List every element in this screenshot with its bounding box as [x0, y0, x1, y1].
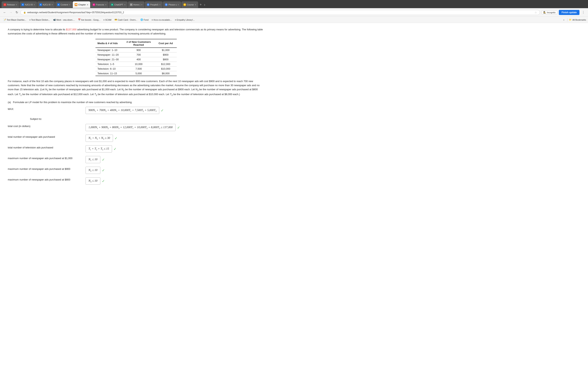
- tab-home-close[interactable]: ✕: [141, 4, 143, 6]
- peoples-favicon: ●: [147, 3, 149, 6]
- bookmark-label: live boosts - Goog...: [81, 19, 100, 21]
- constraint-tv-total-formula: T1 + T2 + T3 ≤ 15: [88, 147, 109, 151]
- tab-bar: U Release ✕ A NJCU B ✕ A NJCU B ✕ A Cont…: [0, 0, 588, 8]
- table-header-cost: Cost per Ad: [155, 39, 177, 48]
- bookmark-text-blaze-dash[interactable]: 📝 Text Blaze Dashbo...: [2, 18, 28, 21]
- bookmarks-overflow-button[interactable]: »: [562, 18, 566, 21]
- tab-peoples-label: PeopleS: [150, 3, 158, 6]
- bookmark-label: Empathy Library!...: [177, 19, 195, 21]
- back-button[interactable]: ←: [2, 10, 7, 15]
- tab-content[interactable]: A Content ✕: [55, 1, 73, 8]
- main-content: A company is trying to determine how to …: [0, 23, 272, 193]
- tab-content-close[interactable]: ✕: [69, 4, 70, 6]
- constraint-newspaper-total-wrap: N1 + N2 + N3 ≤ 30 ✓: [85, 135, 117, 142]
- constraint-total-cost-wrap: 1,000N1 + 900N2 + 800N3 + 12,000T1 + 10,…: [85, 124, 180, 131]
- constraint-n2-row: maximum number of newspaper ads purchase…: [8, 167, 264, 174]
- incognito-badge: 🕵️ Incognito: [542, 11, 557, 14]
- tab-njcu2[interactable]: A NJCU B ✕: [37, 1, 55, 8]
- question-a-label: (a) Formulate an LP model for this probl…: [8, 101, 264, 104]
- url-bar[interactable]: 🔒 webassign.net/web/Student/Assignment-R…: [21, 10, 540, 15]
- folder-icon: 📁: [569, 19, 572, 21]
- constraint-n1-row: maximum number of newspaper ads purchase…: [8, 156, 264, 163]
- tab-chapter[interactable]: 📖 Chapter ✕: [73, 1, 90, 8]
- finish-update-button[interactable]: Finish update: [559, 10, 579, 15]
- max-label: MAX:: [8, 107, 85, 110]
- table-row: Newspaper: 1–10 900 $1,000: [95, 48, 177, 53]
- bookmark-label: SCAM: [105, 19, 111, 21]
- constraint-n3-checkmark: ✓: [102, 179, 105, 183]
- tab-please[interactable]: ● Please u ✕: [163, 1, 181, 8]
- new-tab-button[interactable]: +: [199, 3, 203, 7]
- tab-chatgpt[interactable]: ● ChatGPT ✕: [109, 1, 127, 8]
- tab-release[interactable]: U Release ✕: [1, 1, 19, 8]
- tab-francois[interactable]: ● Francois ✕: [91, 1, 108, 8]
- tab-njcu2-close[interactable]: ✕: [51, 4, 53, 6]
- tab-francois-close[interactable]: ✕: [105, 4, 106, 6]
- table-cell-customers: 10,000: [123, 62, 155, 66]
- tab-chatgpt-close[interactable]: ✕: [124, 4, 126, 6]
- constraint-n2-wrap: N2 ≤ 10 ✓: [85, 167, 105, 174]
- table-cell-cost: $8,000: [155, 71, 177, 76]
- bookmark-label: Fond: [144, 19, 148, 21]
- tab-njcu1[interactable]: A NJCU B ✕: [20, 1, 37, 8]
- bookmark-label: Text Blaze Diction...: [31, 19, 50, 21]
- bookmark-icon: ≡: [152, 19, 153, 21]
- table-cell-cost: $1,000: [155, 48, 177, 53]
- bookmark-label: Meet - vea-xbsm-...: [56, 19, 75, 21]
- advertising-table: Media & # of Ads # of New CustomersReach…: [95, 39, 177, 76]
- problem-intro: A company is trying to determine how to …: [8, 28, 264, 36]
- tab-release-label: Release: [7, 3, 15, 6]
- bookmark-icon: 💳: [115, 19, 117, 21]
- incognito-icon: 🕵️: [543, 11, 546, 14]
- browser-menu-button[interactable]: ⋮: [581, 11, 586, 14]
- tab-course-close[interactable]: ✕: [195, 4, 196, 6]
- bookmark-scam[interactable]: ≡ SCAM: [102, 18, 113, 21]
- refresh-button[interactable]: ↻: [15, 10, 19, 15]
- chatgpt-favicon: ●: [111, 3, 114, 6]
- bookmark-icon: ≡: [29, 19, 31, 21]
- browser-chrome: U Release ✕ A NJCU B ✕ A NJCU B ✕ A Cont…: [0, 0, 588, 23]
- course-favicon: ★: [183, 3, 186, 6]
- constraint-tv-total-checkmark: ✓: [114, 147, 116, 151]
- bookmark-icon: 📝: [3, 19, 6, 21]
- constraint-total-cost-row: total cost (in dollars) 1,000N1 + 900N2 …: [8, 124, 264, 131]
- tab-njcu1-close[interactable]: ✕: [33, 4, 35, 6]
- tab-overflow-button[interactable]: ›: [203, 3, 206, 7]
- tab-chapter-close[interactable]: ✕: [87, 4, 88, 6]
- tab-peoples[interactable]: ● PeopleS ✕: [145, 1, 163, 8]
- table-cell-cost: $800: [155, 57, 177, 62]
- constraint-total-cost-formula: 1,000N1 + 900N2 + 800N3 + 12,000T1 + 10,…: [88, 126, 173, 129]
- bookmark-label: Cash Card - Overv...: [118, 19, 137, 21]
- constraint-newspaper-total-box: N1 + N2 + N3 ≤ 30: [85, 135, 113, 142]
- table-row: Television: 1–5 10,000 $12,000: [95, 62, 177, 66]
- url-text: webassign.net/web/Student/Assignment-Res…: [27, 11, 533, 14]
- table-cell-media: Television: 11–15: [95, 71, 123, 76]
- bookmark-cash-card[interactable]: 💳 Cash Card - Overv...: [113, 18, 139, 21]
- bookmark-fond[interactable]: 🌐 Fond: [139, 18, 150, 21]
- bookmark-empathy[interactable]: ≡ Empathy Library!...: [173, 18, 196, 21]
- tab-please-close[interactable]: ✕: [178, 4, 179, 6]
- constraint-n2-checkmark: ✓: [102, 168, 105, 172]
- tab-please-label: Please u: [168, 3, 177, 6]
- bookmark-live-boosts[interactable]: 📅 live boosts - Goog...: [77, 18, 102, 21]
- constraint-n3-label: maximum number of newspaper ads purchase…: [8, 177, 85, 181]
- forward-button[interactable]: →: [9, 10, 13, 15]
- constraint-n1-formula: N1 ≤ 10: [88, 158, 97, 161]
- table-cell-media: Television: 6–10: [95, 66, 123, 71]
- tab-release-close[interactable]: ✕: [16, 4, 17, 6]
- all-bookmarks-button[interactable]: 📁 All Bookmarks: [569, 19, 586, 21]
- constraint-tv-total-box: T1 + T2 + T3 ≤ 15: [85, 145, 112, 152]
- bookmark-cco[interactable]: ≡ #cco-cs-escalatio...: [150, 18, 173, 21]
- tab-peoples-close[interactable]: ✕: [159, 4, 161, 6]
- bookmark-icon: 📹: [53, 19, 56, 21]
- table-cell-cost: $12,000: [155, 62, 177, 66]
- bookmark-icon: ≡: [175, 19, 176, 21]
- tab-home[interactable]: H Home | ✕: [128, 1, 145, 8]
- table-cell-customers: 7,500: [123, 66, 155, 71]
- tab-course[interactable]: ★ Course ✕: [181, 1, 198, 8]
- please-favicon: ●: [165, 3, 168, 6]
- budget-highlight: $137,000: [66, 28, 76, 31]
- bookmark-star-icon[interactable]: ☆: [535, 11, 537, 14]
- bookmark-text-blaze-dict[interactable]: ≡ Text Blaze Diction...: [28, 18, 51, 21]
- bookmark-meet[interactable]: 📹 Meet - vea-xbsm-...: [52, 18, 76, 21]
